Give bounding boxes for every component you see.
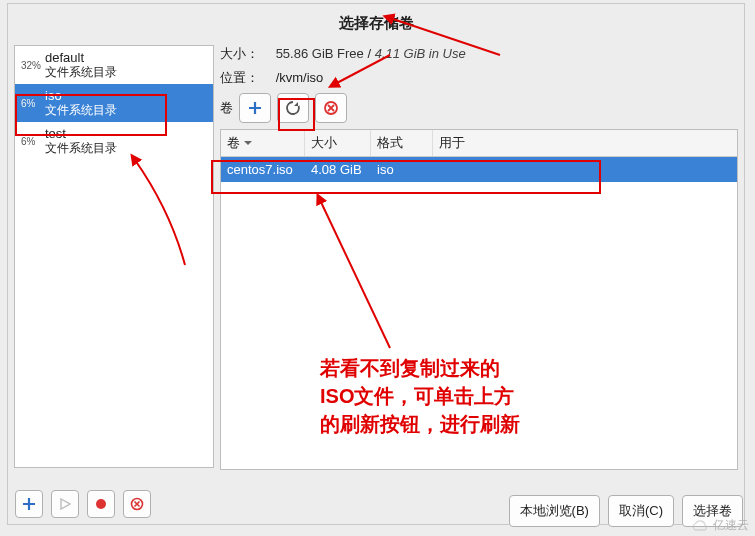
pool-info: default 文件系统目录 [45,50,117,80]
location-label: 位置： [220,69,272,87]
pool-list: 32% default 文件系统目录 6% iso 文件系统目录 6% test… [14,45,214,468]
location-value: /kvm/iso [276,70,324,85]
cell-volume: centos7.iso [221,157,305,182]
start-pool-button[interactable] [51,490,79,518]
pool-name: iso [45,88,117,103]
volume-toolbar-label: 卷 [220,99,233,117]
delete-icon [323,100,339,116]
pool-usage-pct: 6% [19,136,45,147]
watermark-text: 亿速云 [713,517,749,534]
pool-type: 文件系统目录 [45,103,117,118]
pool-type: 文件系统目录 [45,65,117,80]
table-header: 卷 大小 格式 用于 [221,130,737,157]
delete-pool-button[interactable] [123,490,151,518]
volume-table: 卷 大小 格式 用于 centos7.iso 4.08 GiB iso [220,129,738,470]
col-size-label: 大小 [311,134,337,152]
add-pool-button[interactable] [15,490,43,518]
delete-volume-button[interactable] [315,93,347,123]
dialog-title: 选择存储卷 [14,14,738,33]
cell-size: 4.08 GiB [305,157,371,182]
plus-icon [248,101,262,115]
size-separator: / [367,46,371,61]
size-row: 大小： 55.86 GiB Free / 4.11 GiB in Use [220,45,738,63]
cloud-icon [690,519,710,533]
add-volume-button[interactable] [239,93,271,123]
size-label: 大小： [220,45,272,63]
volume-details: 大小： 55.86 GiB Free / 4.11 GiB in Use 位置：… [220,45,738,470]
svg-point-1 [96,499,106,509]
pool-item-test[interactable]: 6% test 文件系统目录 [15,122,213,160]
col-size[interactable]: 大小 [305,130,371,156]
refresh-button[interactable] [277,93,309,123]
used-space: 4.11 GiB in Use [375,46,466,61]
delete-icon [130,497,144,511]
cell-format: iso [371,157,433,182]
col-format[interactable]: 格式 [371,130,433,156]
pool-usage-pct: 6% [19,98,45,109]
main-area: 32% default 文件系统目录 6% iso 文件系统目录 6% test… [14,45,738,470]
record-icon [95,498,107,510]
pool-usage-pct: 32% [19,60,45,71]
pool-name: default [45,50,117,65]
cell-usedfor [433,157,737,182]
watermark: 亿速云 [690,517,749,534]
table-row[interactable]: centos7.iso 4.08 GiB iso [221,157,737,182]
plus-icon [22,497,36,511]
col-usedfor[interactable]: 用于 [433,130,737,156]
local-browse-button[interactable]: 本地浏览(B) [509,495,600,527]
col-volume[interactable]: 卷 [221,130,305,156]
pool-info: test 文件系统目录 [45,126,117,156]
pool-name: test [45,126,117,141]
col-format-label: 格式 [377,134,403,152]
location-row: 位置： /kvm/iso [220,69,738,87]
volume-toolbar: 卷 [220,93,738,123]
pool-type: 文件系统目录 [45,141,117,156]
col-volume-label: 卷 [227,134,240,152]
col-usedfor-label: 用于 [439,134,465,152]
storage-volume-dialog: 选择存储卷 32% default 文件系统目录 6% iso 文件系统目录 6… [7,3,745,525]
sort-desc-icon [244,139,252,147]
refresh-icon [285,100,301,116]
play-icon [59,498,71,510]
stop-pool-button[interactable] [87,490,115,518]
pool-info: iso 文件系统目录 [45,88,117,118]
pool-toolbar [15,490,151,518]
free-space: 55.86 GiB Free [276,46,364,61]
pool-item-iso[interactable]: 6% iso 文件系统目录 [15,84,213,122]
cancel-button[interactable]: 取消(C) [608,495,674,527]
pool-item-default[interactable]: 32% default 文件系统目录 [15,46,213,84]
